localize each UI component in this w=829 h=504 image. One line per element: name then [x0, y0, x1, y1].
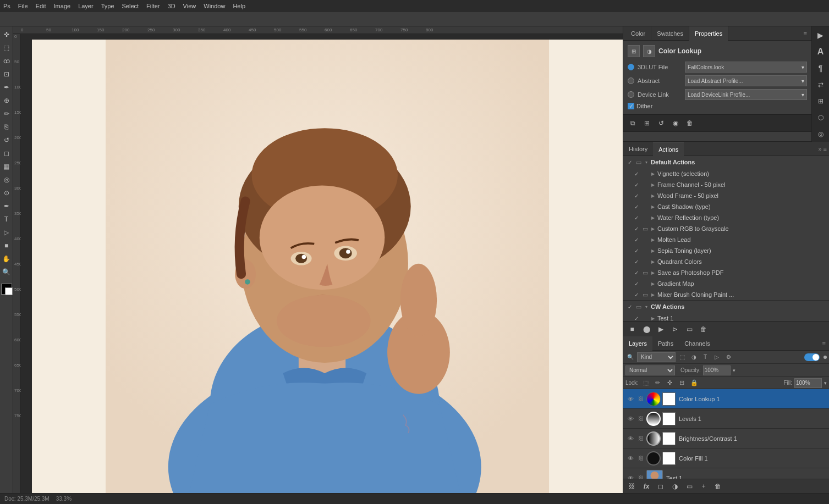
actions-panel-more[interactable]: » ≡	[818, 146, 829, 152]
fill-input[interactable]	[794, 378, 822, 388]
cw-actions-header[interactable]: ✓ ▭ ▾ CW Actions	[623, 301, 829, 313]
action-cast-shadow[interactable]: ✓ ▶ Cast Shadow (type)	[623, 201, 829, 212]
props-eye-icon[interactable]: ◉	[669, 117, 682, 129]
props-adj-icon[interactable]: ◑	[643, 45, 655, 57]
menu-3d[interactable]: 3D	[168, 3, 175, 9]
props-dither-checkbox[interactable]: ✓	[628, 103, 634, 109]
rightbar-mask-icon[interactable]: ◎	[813, 126, 828, 142]
action-save-pdf[interactable]: ✓ ▭ ▶ Save as Photoshop PDF	[623, 267, 829, 278]
props-chain-icon[interactable]: ⊞	[641, 117, 653, 129]
action-molten-lead[interactable]: ✓ ▶ Molten Lead	[623, 234, 829, 245]
action-mixer-brush[interactable]: ✓ ▭ ▶ Mixer Brush Cloning Paint ...	[623, 289, 829, 300]
filter-toggle[interactable]	[804, 353, 820, 361]
props-delete-icon[interactable]: 🗑	[684, 117, 696, 129]
layer-brightness[interactable]: 👁 ⛓ Brightness/Contrast 1	[623, 429, 829, 448]
layer-link-color-fill[interactable]: ⛓	[637, 455, 645, 462]
rightbar-3d-icon[interactable]: ⬡	[813, 110, 828, 125]
stamp-tool[interactable]: ⎘	[1, 121, 13, 133]
action-gradient-map[interactable]: ✓ ▶ Gradient Map	[623, 278, 829, 289]
props-abstract-radio[interactable]	[628, 77, 634, 84]
action-frame-channel[interactable]: ✓ ▶ Frame Channel - 50 pixel	[623, 179, 829, 190]
layer-link-test1[interactable]: ⛓	[637, 474, 645, 479]
filter-shape-icon[interactable]: ▷	[712, 352, 722, 362]
filter-adj-icon[interactable]: ◑	[689, 352, 699, 362]
layer-eye-color-fill[interactable]: 👁	[625, 453, 635, 463]
panel-more-icon[interactable]: ≡	[801, 30, 809, 37]
rightbar-paragraph-icon[interactable]: ¶	[813, 60, 828, 76]
move-tool[interactable]: ✜	[1, 29, 13, 41]
menu-select[interactable]: Select	[122, 3, 139, 9]
default-actions-header[interactable]: ✓ ▭ ▾ Default Actions	[623, 156, 829, 168]
tab-layers[interactable]: Layers	[623, 336, 652, 351]
filter-pixel-icon[interactable]: ⬚	[677, 352, 687, 362]
zoom-tool[interactable]: 🔍	[1, 266, 13, 278]
layer-levels[interactable]: 👁 ⛓ Levels 1	[623, 409, 829, 429]
blur-tool[interactable]: ◎	[1, 174, 13, 186]
rightbar-swap-icon[interactable]: ⇄	[813, 77, 828, 92]
menu-window[interactable]: Window	[204, 3, 225, 9]
actions-step-btn[interactable]: ⊳	[669, 324, 680, 335]
props-3dlut-radio[interactable]	[628, 64, 634, 70]
tab-properties[interactable]: Properties	[689, 26, 728, 41]
tab-history[interactable]: History	[623, 142, 653, 156]
actions-record-btn[interactable]: ⬤	[641, 324, 652, 335]
blend-mode-select[interactable]: Normal Multiply Screen	[625, 365, 675, 375]
filter-search-icon[interactable]: 🔍	[625, 352, 635, 362]
action-sepia[interactable]: ✓ ▶ Sepia Toning (layer)	[623, 245, 829, 256]
menu-edit[interactable]: Edit	[36, 3, 46, 9]
layer-link-color-lookup[interactable]: ⛓	[637, 395, 645, 403]
lock-artboard-icon[interactable]: ⊟	[677, 378, 687, 388]
layer-eye-color-lookup[interactable]: 👁	[625, 394, 635, 404]
action-vignette[interactable]: ✓ ▶ Vignette (selection)	[623, 168, 829, 179]
action-quadrant[interactable]: ✓ ▶ Quadrant Colors	[623, 256, 829, 267]
layer-color-fill[interactable]: 👁 ⛓ Color Fill 1	[623, 448, 829, 468]
layer-link-levels[interactable]: ⛓	[637, 415, 645, 423]
opacity-input[interactable]	[703, 365, 731, 375]
actions-new-set-btn[interactable]: ▭	[684, 324, 695, 335]
lasso-tool[interactable]: ꝏ	[1, 55, 13, 67]
layer-test1[interactable]: 👁 ⛓ Test 1	[623, 468, 829, 479]
menu-filter[interactable]: Filter	[146, 3, 160, 9]
background-color[interactable]	[5, 287, 13, 295]
history-brush-tool[interactable]: ↺	[1, 134, 13, 146]
menu-type[interactable]: Type	[101, 3, 114, 9]
opacity-arrow[interactable]: ▾	[733, 368, 735, 373]
layers-panel-more[interactable]: ≡	[822, 340, 829, 347]
props-grid-icon[interactable]: ⊞	[628, 45, 640, 57]
crop-tool[interactable]: ⊡	[1, 68, 13, 80]
props-devicelink-radio[interactable]	[628, 91, 634, 98]
lock-transparency-icon[interactable]: ⬚	[641, 378, 651, 388]
layers-link-btn[interactable]: ⛓	[627, 481, 638, 492]
tab-swatches[interactable]: Swatches	[651, 26, 689, 41]
actions-delete-btn[interactable]: 🗑	[698, 324, 709, 335]
tab-actions[interactable]: Actions	[653, 142, 684, 156]
tab-paths[interactable]: Paths	[652, 336, 679, 351]
shape-tool[interactable]: ■	[1, 240, 13, 252]
props-devicelink-dropdown[interactable]: Load DeviceLink Profile... ▾	[685, 89, 807, 100]
filter-kind-select[interactable]: Kind	[637, 352, 676, 362]
tab-channels[interactable]: Channels	[679, 336, 715, 351]
layers-delete-btn[interactable]: 🗑	[712, 481, 723, 492]
menu-layer[interactable]: Layer	[78, 3, 94, 9]
layers-fx-btn[interactable]: fx	[641, 481, 652, 492]
layer-link-brightness[interactable]: ⛓	[637, 435, 645, 442]
type-tool[interactable]: T	[1, 213, 13, 225]
erase-tool[interactable]: ◻	[1, 147, 13, 159]
props-3dlut-dropdown[interactable]: FallColors.look ▾	[685, 62, 807, 73]
rightbar-grid-icon[interactable]: ⊞	[813, 93, 828, 109]
layer-eye-brightness[interactable]: 👁	[625, 434, 635, 444]
layers-new-btn[interactable]: ＋	[698, 481, 709, 492]
menu-image[interactable]: Image	[54, 3, 71, 9]
menu-help[interactable]: Help	[233, 3, 245, 9]
action-water-reflection[interactable]: ✓ ▶ Water Reflection (type)	[623, 212, 829, 223]
actions-stop-btn[interactable]: ■	[627, 324, 638, 335]
lock-move-icon[interactable]: ✜	[665, 378, 675, 388]
pen-tool[interactable]: ✒	[1, 200, 13, 212]
layer-eye-levels[interactable]: 👁	[625, 414, 635, 424]
props-reset-icon[interactable]: ↺	[655, 117, 667, 129]
actions-play-btn[interactable]: ▶	[655, 324, 666, 335]
eyedropper-tool[interactable]: ✒	[1, 81, 13, 93]
lock-paint-icon[interactable]: ✏	[653, 378, 663, 388]
layer-eye-test1[interactable]: 👁	[625, 473, 635, 479]
rightbar-text-icon[interactable]: A	[813, 44, 828, 59]
